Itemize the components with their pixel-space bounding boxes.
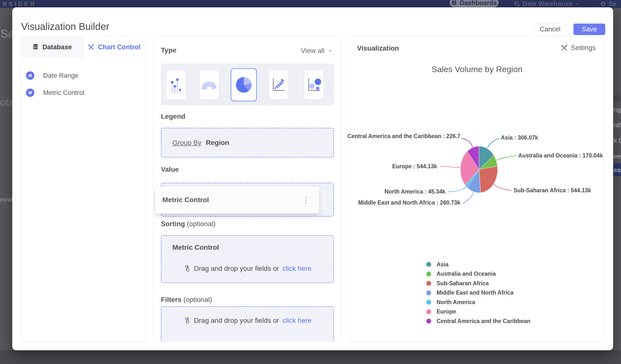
legend-item[interactable]: North America (426, 297, 531, 307)
legend-item[interactable]: Australia and Oceania (426, 269, 531, 279)
menu-item-fragment: k D (614, 137, 621, 144)
legend-item-label: Central America and the Caribbean (437, 318, 531, 325)
value-field-drag-card[interactable]: Metric Control ⋮ (155, 186, 319, 213)
group-by-value: Region (206, 139, 229, 147)
sorting-dropzone[interactable]: Metric Control Drag and drop your fields… (161, 235, 334, 283)
legend-item-label: North America (437, 299, 475, 306)
menu-item-fragment: nge (614, 106, 621, 114)
pie-slice[interactable] (479, 166, 498, 192)
type-section-label: Type (161, 46, 176, 54)
kebab-menu-icon[interactable]: ⋮ (302, 196, 310, 204)
legend-color-dot (426, 290, 431, 295)
nav-dashboards-label: Dashboards (460, 0, 497, 7)
value-section-label: Value (161, 166, 179, 173)
pie-leader-line (462, 138, 473, 147)
chart-type-bubble[interactable] (304, 70, 324, 100)
tap-hand-icon (183, 265, 190, 272)
tab-database[interactable]: Database (21, 37, 83, 57)
legend-item-label: Europe (437, 308, 456, 315)
chart-type-arc-dots[interactable] (199, 70, 219, 100)
chevron-down-icon (575, 1, 580, 6)
cancel-button[interactable]: Cancel (534, 24, 566, 35)
group-by-label[interactable]: Group By (172, 139, 201, 147)
legend-color-dot (426, 319, 431, 324)
chart-type-picker (161, 64, 334, 105)
app-topbar: NSIDER Dashboards Data Warehouse Se (0, 0, 621, 8)
chart-type-scatter[interactable] (269, 70, 288, 100)
filters-drop-hint: Drag and drop your fields or click here (161, 317, 333, 325)
view-all-dropdown[interactable]: View all (301, 47, 333, 55)
pie-callout-label: Asia : 306.07k (501, 134, 538, 141)
save-button[interactable]: Save (573, 24, 605, 35)
click-here-link[interactable]: click here (283, 265, 311, 273)
background-bottom-strip (0, 350, 621, 364)
legend-color-dot (426, 272, 431, 277)
pie-leader-line (463, 192, 473, 203)
background-dropdown-fragment: nge nth k D eek ean (613, 0, 621, 364)
pie-leader-line (497, 156, 516, 160)
fields-panel: Database Chart Control Date Range (21, 37, 145, 341)
pie-callout-label: Australia and Oceania : 170.04k (518, 152, 603, 159)
sidebar-item-date-range[interactable]: Date Range (26, 71, 78, 80)
nav-data-warehouse-button[interactable]: Data Warehouse (514, 0, 580, 8)
legend-item[interactable]: Middle East and North Africa (426, 288, 531, 298)
scatter-chart-icon (272, 77, 286, 93)
menu-item-fragment: eek (614, 153, 621, 160)
tab-chart-control[interactable]: Chart Control (83, 37, 145, 57)
sorting-drop-hint: Drag and drop your fields or click here (161, 265, 333, 273)
legend-item[interactable]: Central America and the Caribbean (426, 316, 531, 326)
legend-section-label: Legend (161, 113, 185, 121)
menu-item-selected-fragment: ean (613, 163, 621, 176)
pie-leader-line (440, 166, 460, 168)
database-icon (32, 44, 39, 51)
gear-icon (600, 1, 606, 7)
background-label-fragment: ntral (0, 196, 13, 203)
tab-database-label: Database (42, 43, 72, 51)
pie-callout-label: North America : 45.34k (385, 188, 445, 195)
tools-icon (561, 44, 568, 52)
sidebar-item-metric-control[interactable]: Metric Control (26, 88, 84, 97)
filters-dropzone[interactable]: Drag and drop your fields or click here (161, 306, 334, 341)
tab-chart-control-label: Chart Control (98, 43, 140, 51)
lollipop-chart-icon (170, 76, 182, 94)
app-brand-logo: NSIDER (2, 0, 36, 7)
sorting-field-label: Metric Control (172, 243, 219, 251)
pie-callout-label: Middle East and North Africa : 260.73k (358, 199, 460, 206)
menu-item-fragment: nth (614, 121, 621, 129)
visualization-panel-title: Visualization (357, 44, 399, 52)
view-all-label: View all (301, 47, 325, 55)
legend-color-dot (426, 309, 431, 314)
pie-leader-line (488, 138, 499, 148)
legend-color-dot (426, 300, 431, 305)
chart-type-lollipop[interactable] (166, 70, 186, 100)
filters-section-label: Filters (optional) (161, 296, 212, 304)
chart-config-panel: Type View all (153, 37, 341, 341)
dashboards-grid-icon (451, 0, 457, 5)
chart-legend: AsiaAustralia and OceaniaSub-Saharan Afr… (426, 260, 531, 326)
tools-icon (87, 44, 94, 51)
legend-item-label: Middle East and North Africa (437, 289, 514, 296)
database-icon (514, 1, 520, 7)
legend-item[interactable]: Sub-Saharan Africa (426, 279, 531, 288)
nav-dashboards-button[interactable]: Dashboards (449, 0, 499, 7)
chart-type-pie-selected[interactable] (231, 69, 257, 101)
chevron-down-icon (328, 48, 333, 54)
click-here-link[interactable]: click here (283, 317, 311, 325)
legend-dropzone[interactable]: Group By Region (161, 128, 334, 157)
pie-leader-line (494, 184, 511, 191)
legend-color-dot (426, 281, 431, 286)
visualization-panel: Visualization Settings Sales Volume by R… (349, 37, 604, 341)
arc-dots-chart-icon (202, 79, 217, 90)
pie-leader-line (448, 187, 466, 192)
chart-settings-button[interactable]: Settings (561, 44, 596, 52)
sidebar-item-label: Metric Control (43, 89, 84, 97)
visualization-builder-modal: Visualization Builder Cancel Save Databa… (12, 7, 613, 350)
legend-color-dot (426, 262, 431, 267)
pie-callout-label: Central America and the Caribbean : 226.… (347, 133, 460, 139)
fields-panel-tabs: Database Chart Control (21, 37, 145, 57)
pie-callout-label: Sub-Saharan Africa : 544.13k (514, 187, 591, 194)
legend-item[interactable]: Asia (426, 260, 531, 269)
legend-item[interactable]: Europe (426, 307, 531, 317)
sorting-section-label: Sorting (optional) (161, 220, 216, 228)
legend-item-label: Australia and Oceania (437, 271, 496, 277)
